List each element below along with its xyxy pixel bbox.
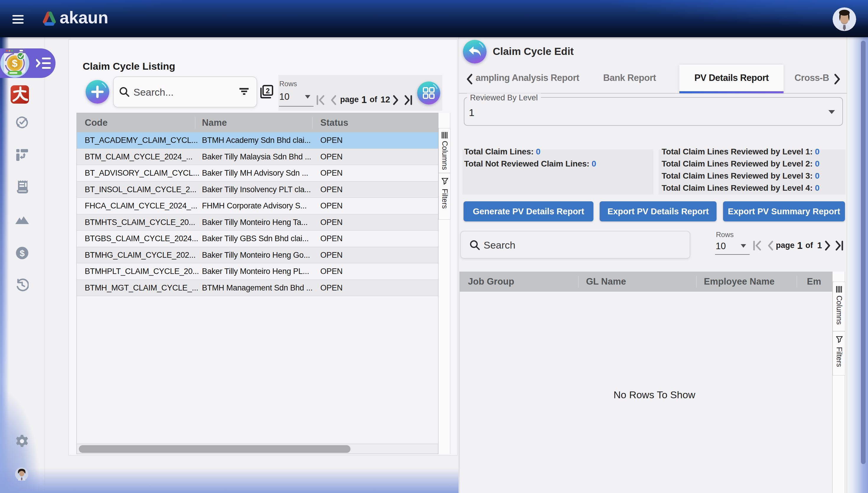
svg-text:$: $ bbox=[12, 58, 18, 69]
svg-text:2: 2 bbox=[266, 87, 269, 95]
svg-text:$: $ bbox=[20, 248, 25, 258]
